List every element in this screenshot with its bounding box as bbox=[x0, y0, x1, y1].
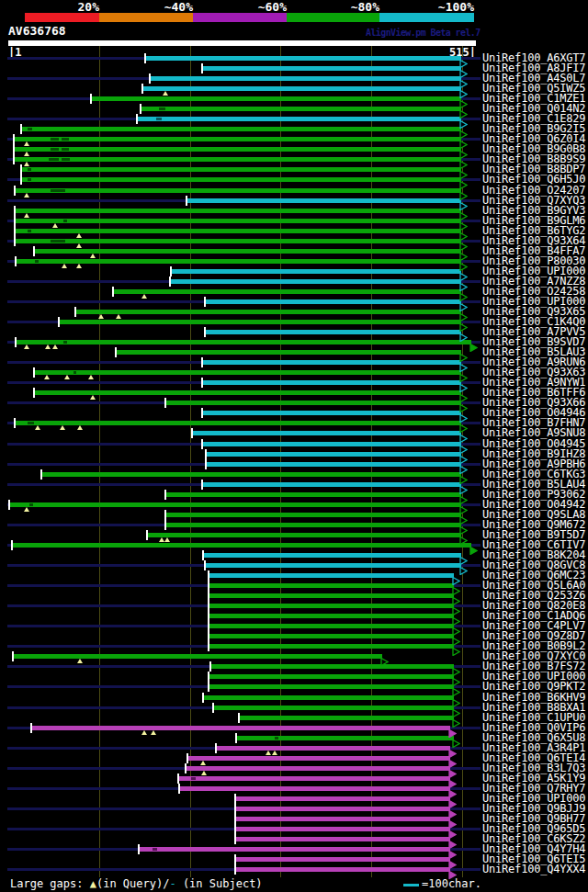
alignment-bar[interactable] bbox=[15, 188, 461, 193]
alignment-bar[interactable] bbox=[165, 492, 461, 497]
alignment-bar[interactable] bbox=[209, 583, 454, 588]
alignment-bar[interactable] bbox=[205, 563, 461, 568]
alignment-bar[interactable] bbox=[14, 147, 461, 152]
alignment-bar[interactable] bbox=[209, 674, 454, 679]
alignment-bar[interactable] bbox=[202, 66, 461, 71]
alignment-bar[interactable] bbox=[14, 157, 461, 162]
alignment-arrowhead-icon bbox=[452, 602, 460, 610]
alignment-bar[interactable] bbox=[205, 299, 461, 304]
alignment-bar[interactable] bbox=[213, 706, 454, 710]
alignment-bar[interactable] bbox=[187, 756, 450, 761]
alignment-bar[interactable] bbox=[113, 289, 461, 294]
alignment-bar[interactable] bbox=[202, 411, 461, 415]
alignment-bar[interactable] bbox=[235, 867, 450, 872]
alignment-bar[interactable] bbox=[235, 837, 450, 841]
alignment-start-tick bbox=[238, 713, 240, 723]
alignment-bar[interactable] bbox=[91, 96, 461, 101]
alignment-bar[interactable] bbox=[14, 137, 461, 141]
alignment-bar[interactable] bbox=[21, 127, 461, 131]
alignment-bar[interactable] bbox=[236, 736, 454, 740]
alignment-bar[interactable] bbox=[165, 523, 461, 527]
alignment-bar[interactable] bbox=[21, 177, 461, 182]
alignment-bar[interactable] bbox=[205, 330, 461, 334]
alignment-bar[interactable] bbox=[141, 107, 461, 111]
query-gap-triangle-icon bbox=[62, 264, 67, 268]
alignment-arrowhead-icon bbox=[459, 288, 468, 296]
alignment-bar[interactable] bbox=[235, 817, 450, 821]
alignment-bar[interactable] bbox=[206, 462, 461, 467]
alignment-start-tick bbox=[235, 733, 237, 743]
alignment-bar[interactable] bbox=[15, 209, 461, 213]
alignment-bar[interactable] bbox=[142, 86, 461, 91]
alignment-start-tick bbox=[33, 388, 35, 398]
subject-gap-mark bbox=[153, 848, 157, 851]
alignment-start-tick bbox=[15, 337, 17, 347]
alignment-bar[interactable] bbox=[202, 360, 461, 365]
alignment-bar[interactable] bbox=[235, 807, 450, 811]
alignment-arrowhead-icon bbox=[452, 581, 460, 590]
alignment-arrowhead-icon bbox=[448, 724, 457, 732]
alignment-bar[interactable] bbox=[150, 76, 461, 81]
alignment-bar[interactable] bbox=[209, 614, 454, 618]
alignment-bar[interactable] bbox=[31, 726, 450, 730]
alignment-bar[interactable] bbox=[210, 664, 454, 669]
alignment-bar[interactable] bbox=[16, 340, 471, 344]
alignment-bar[interactable] bbox=[34, 390, 461, 395]
alignment-bar[interactable] bbox=[206, 452, 461, 457]
alignment-bar[interactable] bbox=[170, 279, 461, 284]
alignment-arrowhead-icon bbox=[459, 165, 468, 174]
alignment-arrowhead-icon bbox=[459, 348, 468, 356]
alignment-bar[interactable] bbox=[34, 249, 461, 254]
alignment-bar[interactable] bbox=[116, 350, 461, 355]
alignment-bar[interactable] bbox=[216, 746, 450, 751]
alignment-bar[interactable] bbox=[202, 380, 461, 385]
alignment-bar[interactable] bbox=[209, 573, 454, 578]
alignment-bar[interactable] bbox=[209, 684, 454, 689]
alignment-bar[interactable] bbox=[178, 776, 450, 781]
alignment-arrowhead-icon bbox=[459, 409, 468, 417]
alignment-bar[interactable] bbox=[203, 553, 461, 558]
alignment-bar[interactable] bbox=[145, 56, 461, 61]
alignment-bar[interactable] bbox=[75, 310, 461, 314]
alignment-bar[interactable] bbox=[16, 259, 461, 264]
alignment-bar[interactable] bbox=[137, 117, 461, 121]
alignment-bar[interactable] bbox=[239, 716, 454, 720]
alignment-bar[interactable] bbox=[9, 502, 461, 507]
alignment-arrowhead-icon bbox=[452, 571, 460, 580]
alignment-bar[interactable] bbox=[59, 320, 461, 324]
alignment-bar[interactable] bbox=[209, 624, 454, 628]
alignment-bar[interactable] bbox=[12, 543, 471, 548]
alignment-arrowhead-icon bbox=[459, 368, 468, 377]
alignment-arrowhead-icon bbox=[469, 338, 478, 346]
alignment-bar[interactable] bbox=[13, 654, 382, 659]
alignment-bar[interactable] bbox=[203, 695, 454, 700]
alignment-bar[interactable] bbox=[235, 827, 450, 831]
alignment-bar[interactable] bbox=[179, 786, 450, 791]
alignment-bar[interactable] bbox=[202, 482, 461, 487]
alignment-bar[interactable] bbox=[15, 219, 461, 223]
alignment-bar[interactable] bbox=[34, 370, 461, 375]
alignment-bar[interactable] bbox=[209, 644, 454, 649]
alignment-bar[interactable] bbox=[187, 198, 461, 203]
alignment-bar[interactable] bbox=[235, 857, 450, 862]
alignment-bar[interactable] bbox=[202, 442, 461, 446]
alignment-bar[interactable] bbox=[235, 796, 450, 801]
alignment-start-tick bbox=[212, 703, 214, 713]
alignment-bar[interactable] bbox=[186, 766, 450, 771]
alignment-bar[interactable] bbox=[171, 269, 461, 274]
alignment-bar[interactable] bbox=[21, 167, 461, 172]
subject-gap-mark bbox=[28, 230, 31, 232]
alignment-start-tick bbox=[164, 398, 166, 408]
alignment-bar[interactable] bbox=[209, 604, 454, 608]
alignment-bar[interactable] bbox=[209, 593, 454, 598]
alignment-start-tick bbox=[234, 854, 236, 864]
alignment-bar[interactable] bbox=[192, 431, 461, 435]
alignment-bar[interactable] bbox=[147, 533, 461, 537]
alignment-bar[interactable] bbox=[41, 472, 461, 477]
alignment-bar[interactable] bbox=[165, 401, 461, 405]
alignment-bar[interactable] bbox=[165, 513, 461, 517]
alignment-bar[interactable] bbox=[209, 634, 454, 638]
alignment-arrowhead-icon bbox=[469, 541, 478, 549]
row-label[interactable]: UniRef100_Q4YXX4 bbox=[482, 864, 585, 875]
alignment-bar[interactable] bbox=[139, 847, 450, 852]
